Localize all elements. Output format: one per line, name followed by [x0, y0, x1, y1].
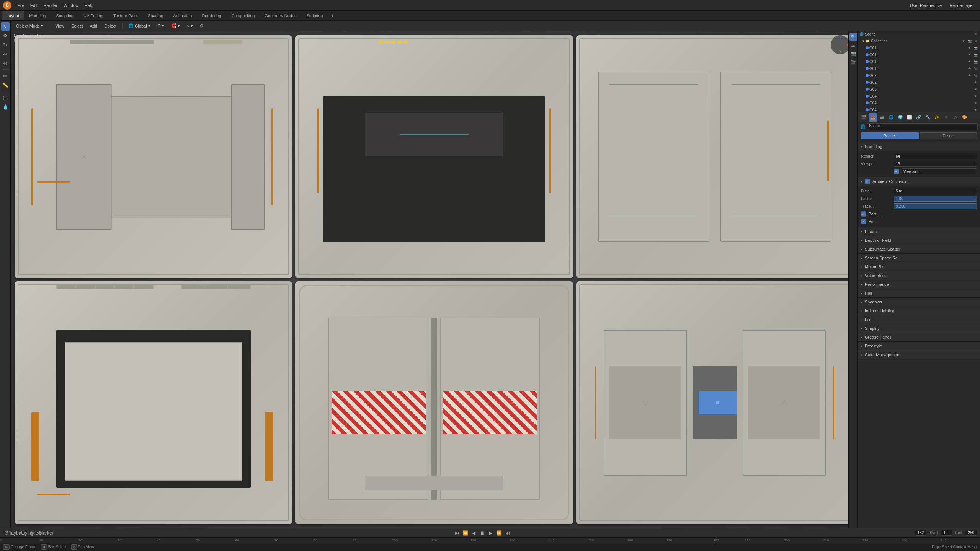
- bloom-header[interactable]: ▸ Bloom: [858, 227, 980, 236]
- outliner-content[interactable]: 🌐 Scene 👁 ▾ 📁 Collection 👁 📷 🖥: [858, 30, 980, 112]
- perf-header[interactable]: ▸ Performance: [858, 280, 980, 289]
- list-item[interactable]: G04. 👁: [858, 99, 980, 106]
- prop-icon-view-layer[interactable]: 🏔: [878, 113, 886, 122]
- scene-selector[interactable]: User Perspective: [907, 2, 945, 8]
- viewport-samples-value[interactable]: 16: [894, 161, 977, 167]
- list-item[interactable]: G04. 👁: [858, 93, 980, 99]
- shadows-header[interactable]: ▸ Shadows: [858, 298, 980, 306]
- tool-add-cube[interactable]: ⬚: [1, 93, 10, 102]
- side-icon-camera[interactable]: 📷: [849, 50, 857, 57]
- prop-icon-particles[interactable]: ✨: [933, 113, 941, 122]
- tab-texture-paint[interactable]: Texture Paint: [108, 11, 143, 20]
- start-frame-value[interactable]: 1: [941, 530, 952, 536]
- vp-object-menu[interactable]: Object: [102, 23, 119, 29]
- cm-header[interactable]: ▸ Color Management: [858, 350, 980, 359]
- goto-end-btn[interactable]: ⏭: [504, 530, 511, 536]
- section-sampling-header[interactable]: ▾ Sampling: [858, 142, 980, 151]
- tab-scripting[interactable]: Scripting: [301, 11, 328, 20]
- list-item[interactable]: G01. 👁 📷: [858, 44, 980, 51]
- item-vis-render[interactable]: 📷: [973, 59, 978, 64]
- tab-layout[interactable]: Layout: [2, 11, 24, 20]
- vis-btn-eye[interactable]: 👁: [973, 31, 978, 37]
- render-tab-eevee[interactable]: Eevee: [920, 132, 977, 139]
- object-mode-dropdown[interactable]: Object Mode ▾: [14, 23, 46, 29]
- item-vis-render[interactable]: 📷: [973, 45, 978, 51]
- side-icon-filter[interactable]: 🔍: [849, 33, 857, 41]
- vp-view-menu[interactable]: View: [53, 23, 67, 29]
- list-item[interactable]: G01. 👁 📷: [858, 65, 980, 72]
- panel-bot-left[interactable]: [15, 281, 292, 524]
- tool-transform[interactable]: ⊕: [1, 59, 10, 67]
- vol-header[interactable]: ▸ Volumetrics: [858, 271, 980, 280]
- col-vis-eye[interactable]: 👁: [961, 38, 966, 44]
- menu-file[interactable]: File: [15, 2, 27, 8]
- tool-annotate[interactable]: ✏: [1, 72, 10, 80]
- vp-add-menu[interactable]: Add: [88, 23, 100, 29]
- panel-bot-right[interactable]: ╲╱ ╱╲: [576, 281, 854, 524]
- panel-top-right[interactable]: [576, 35, 854, 278]
- freestyle-header[interactable]: ▸ Freestyle: [858, 342, 980, 350]
- mb-header[interactable]: ▸ Motion Blur: [858, 262, 980, 271]
- menu-help[interactable]: Help: [82, 2, 96, 8]
- render-layer-selector[interactable]: RenderLayer: [946, 2, 977, 8]
- menu-window[interactable]: Window: [61, 2, 81, 8]
- ao-bounce-checkbox[interactable]: ✓: [861, 219, 866, 224]
- col-vis-render[interactable]: 📷: [967, 38, 972, 44]
- menu-edit[interactable]: Edit: [28, 2, 40, 8]
- panel-top-mid[interactable]: [295, 35, 573, 278]
- timeline-view-menu[interactable]: View: [33, 530, 40, 536]
- vp-denoise-dropdown[interactable]: Viewport...: [902, 168, 977, 174]
- add-workspace-tab[interactable]: +: [328, 11, 337, 20]
- vp-denoise-checkbox[interactable]: ✓: [894, 169, 899, 174]
- item-vis-eye[interactable]: 👁: [967, 59, 972, 64]
- tab-sculpting[interactable]: Sculpting: [51, 11, 78, 20]
- tab-rendering[interactable]: Rendering: [197, 11, 226, 20]
- ao-distance-value[interactable]: 5 m: [894, 188, 977, 194]
- simplify-header[interactable]: ▸ Simplify: [858, 324, 980, 333]
- prop-icon-render[interactable]: 🎬: [859, 113, 868, 122]
- play-btn[interactable]: ▶: [487, 530, 494, 536]
- prop-icon-object[interactable]: ⬜: [905, 113, 914, 122]
- step-forward-btn[interactable]: ⏩: [496, 530, 503, 536]
- overlay-toggle[interactable]: ⊙: [198, 23, 206, 29]
- list-item[interactable]: G02. 👁 📷: [858, 72, 980, 79]
- proportional-edit[interactable]: ○ ▾: [185, 23, 195, 29]
- indirect-header[interactable]: ▸ Indirect Lighting: [858, 306, 980, 315]
- prop-icon-modifier[interactable]: 🔧: [924, 113, 932, 122]
- gizmo-circle[interactable]: Z X Y: [831, 35, 850, 54]
- hair-header[interactable]: ▸ Hair: [858, 289, 980, 297]
- tab-compositing[interactable]: Compositing: [226, 11, 260, 20]
- timeline-playback-menu[interactable]: Playback: [13, 530, 20, 536]
- goto-start-btn[interactable]: ⏮: [454, 530, 461, 536]
- tab-geometry-nodes[interactable]: Geometry Nodes: [260, 11, 301, 20]
- sss-header[interactable]: ▸ Subsurface Scatter: [858, 245, 980, 253]
- timeline-keying-menu[interactable]: Keying: [23, 530, 30, 536]
- ao-checkbox[interactable]: ✓: [865, 179, 870, 184]
- side-icon-render[interactable]: 🎬: [849, 58, 857, 66]
- prop-icon-mesh[interactable]: △: [951, 113, 960, 122]
- prop-icon-physics[interactable]: ⚛: [942, 113, 951, 122]
- tab-shading[interactable]: Shading: [143, 11, 168, 20]
- list-item[interactable]: G03. 👁: [858, 86, 980, 93]
- prop-icon-constraints[interactable]: 🔗: [915, 113, 923, 122]
- ao-trace-value[interactable]: 0.250: [894, 203, 977, 209]
- tool-scale[interactable]: ⇔: [1, 50, 10, 58]
- dof-header[interactable]: ▸ Depth of Field: [858, 236, 980, 245]
- ao-factor-value[interactable]: 1.00: [894, 196, 977, 202]
- snap-toggle[interactable]: 🧲 ▾: [169, 23, 182, 29]
- scene-name-field[interactable]: Scene: [867, 123, 978, 130]
- col-vis-viewport[interactable]: 🖥: [973, 38, 978, 44]
- end-frame-value[interactable]: 250: [965, 530, 977, 536]
- prop-icon-output[interactable]: 📤: [869, 113, 877, 122]
- stop-btn[interactable]: ⏹: [479, 530, 486, 536]
- tool-eyedropper[interactable]: 💧: [1, 103, 10, 111]
- pivot-point[interactable]: ⊕ ▾: [155, 23, 167, 29]
- vp-select-menu[interactable]: Select: [69, 23, 85, 29]
- tab-animation[interactable]: Animation: [168, 11, 197, 20]
- render-samples-value[interactable]: 64: [894, 153, 977, 159]
- tool-select[interactable]: ↖: [1, 22, 10, 31]
- panel-bot-mid[interactable]: [295, 281, 573, 524]
- prop-icon-scene[interactable]: 🌐: [887, 113, 895, 122]
- timeline-marker-menu[interactable]: Marker: [43, 530, 50, 536]
- item-vis-eye[interactable]: 👁: [967, 52, 972, 57]
